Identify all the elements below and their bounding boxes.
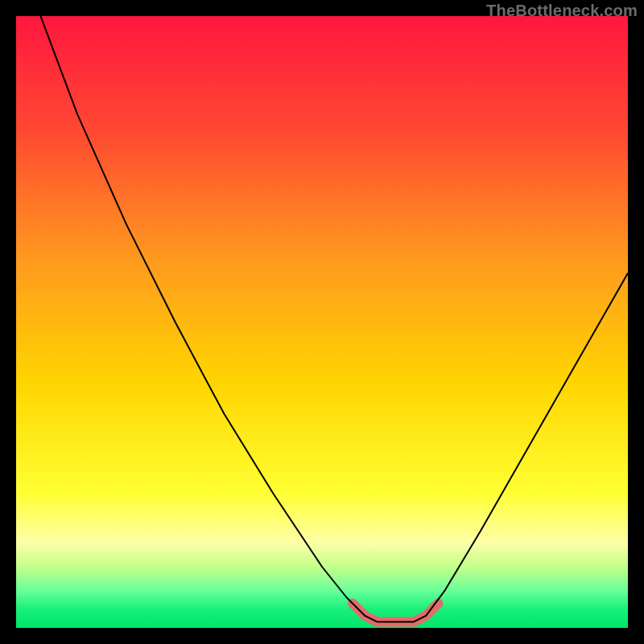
watermark-text: TheBottleneck.com — [486, 2, 638, 20]
chart-svg — [16, 16, 628, 628]
chart-stage: TheBottleneck.com — [0, 0, 644, 644]
chart-background — [16, 16, 628, 628]
chart-plot-area — [16, 16, 628, 628]
